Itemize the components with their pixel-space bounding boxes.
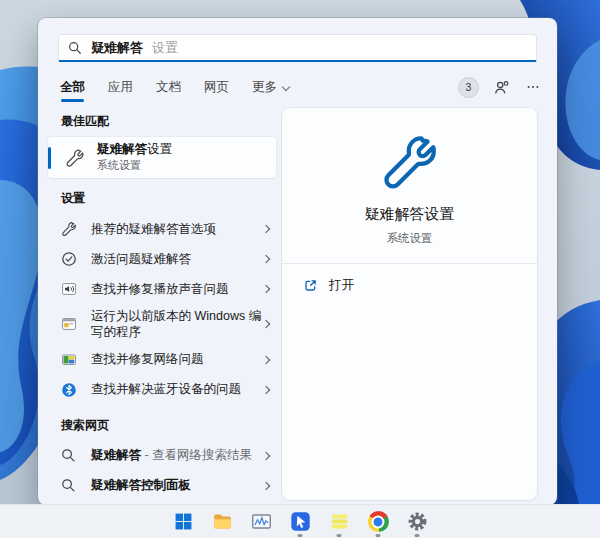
tab-all-label: 全部 xyxy=(60,79,85,96)
search-icon xyxy=(61,477,78,494)
chevron-right-icon xyxy=(262,285,270,293)
result-fix-bluetooth-problems[interactable]: 查找并解决蓝牙设备的问题 xyxy=(48,375,276,405)
result-label: 运行为以前版本的 Windows 编写的程序 xyxy=(91,305,263,344)
search-icon xyxy=(68,41,82,55)
tab-apps-label: 应用 xyxy=(108,79,133,96)
web-result-hint-text: - 查看网络搜索结果 xyxy=(141,448,252,462)
result-run-programs-for-previous-windows[interactable]: 运行为以前版本的 Windows 编写的程序 xyxy=(48,304,276,345)
preview-title: 疑难解答设置 xyxy=(365,205,455,224)
chrome-icon xyxy=(368,511,389,532)
bluetooth-icon xyxy=(61,381,78,398)
wrench-icon xyxy=(65,148,85,168)
running-indicator xyxy=(376,534,381,537)
web-result-troubleshoot[interactable]: 疑难解答 - 查看网络搜索结果 xyxy=(48,441,276,471)
gear-icon xyxy=(407,511,428,532)
web-result-troubleshoot-control-panel[interactable]: 疑难解答控制面板 xyxy=(48,471,276,501)
chevron-down-icon xyxy=(282,83,290,91)
chevron-right-icon xyxy=(262,481,270,489)
web-section-header: 搜索网页 xyxy=(48,412,276,441)
windows-logo-icon xyxy=(174,512,193,531)
search-input[interactable]: 疑难解答设置 xyxy=(58,34,537,62)
pointer-app-button[interactable] xyxy=(287,509,313,535)
result-fix-sound-playback[interactable]: 查找并修复播放声音问题 xyxy=(48,274,276,304)
more-options-button[interactable] xyxy=(524,79,541,96)
result-recommended-troubleshooter-preferences[interactable]: 推荐的疑难解答首选项 xyxy=(48,214,276,244)
tab-more-label: 更多 xyxy=(252,79,277,96)
running-indicator xyxy=(337,534,342,537)
tab-web[interactable]: 网页 xyxy=(204,79,229,96)
chevron-right-icon xyxy=(262,225,270,233)
cursor-app-icon xyxy=(290,511,311,532)
sticky-notes-icon xyxy=(329,511,350,532)
selection-accent-bar xyxy=(48,147,51,169)
running-indicator xyxy=(298,534,303,537)
search-flyout-panel: 疑难解答设置 全部 应用 文档 网页 更多 3 xyxy=(38,18,557,505)
result-label: 查找并修复播放声音问题 xyxy=(91,278,229,300)
wrench-icon xyxy=(61,221,78,238)
active-tab-underline xyxy=(61,99,84,102)
rewards-count-badge[interactable]: 3 xyxy=(458,77,479,98)
search-query-text: 疑难解答 xyxy=(91,39,143,57)
search-suggestion-text: 设置 xyxy=(152,39,178,57)
search-results-list: 最佳匹配 疑难解答设置 系统设置 设置 推荐的疑难解答首选项 xyxy=(48,108,276,505)
result-preview-pane: 疑难解答设置 系统设置 打开 xyxy=(282,108,537,500)
task-manager-button[interactable] xyxy=(248,509,274,535)
search-icon xyxy=(61,447,78,464)
chevron-right-icon xyxy=(262,451,270,459)
performance-chart-icon xyxy=(251,511,272,532)
best-match-title-matched: 疑难解答 xyxy=(97,142,147,156)
tab-all[interactable]: 全部 xyxy=(60,79,85,96)
tab-more[interactable]: 更多 xyxy=(252,79,289,96)
result-label: 推荐的疑难解答首选项 xyxy=(91,218,216,240)
open-external-icon xyxy=(303,278,318,293)
best-match-header: 最佳匹配 xyxy=(48,108,276,137)
result-fix-network-problems[interactable]: 查找并修复网络问题 xyxy=(48,345,276,375)
check-circle-icon xyxy=(61,251,78,268)
chevron-right-icon xyxy=(262,255,270,263)
preview-subtitle: 系统设置 xyxy=(387,231,433,246)
chevron-right-icon xyxy=(262,355,270,363)
start-button[interactable] xyxy=(170,509,196,535)
best-match-text: 疑难解答设置 系统设置 xyxy=(97,142,172,174)
ellipsis-icon xyxy=(526,80,540,94)
result-activation-troubleshooter[interactable]: 激活问题疑难解答 xyxy=(48,244,276,274)
wrench-icon xyxy=(380,132,440,192)
tab-documents[interactable]: 文档 xyxy=(156,79,181,96)
search-tabs-row: 全部 应用 文档 网页 更多 3 xyxy=(60,76,541,98)
running-indicator xyxy=(415,534,420,537)
best-match-subtitle: 系统设置 xyxy=(97,158,172,173)
tab-apps[interactable]: 应用 xyxy=(108,79,133,96)
taskbar xyxy=(0,504,600,538)
account-icon xyxy=(493,79,510,96)
web-result-matched-text: 疑难解答控制面板 xyxy=(91,478,191,492)
settings-section-header: 设置 xyxy=(48,185,276,214)
file-explorer-button[interactable] xyxy=(209,509,235,535)
chevron-right-icon xyxy=(262,320,270,328)
result-label: 查找并修复网络问题 xyxy=(91,348,204,370)
sticky-notes-button[interactable] xyxy=(326,509,352,535)
account-button[interactable] xyxy=(493,79,510,96)
result-label: 激活问题疑难解答 xyxy=(91,248,191,270)
speaker-icon xyxy=(61,281,78,298)
app-window-icon xyxy=(61,316,78,333)
chrome-button[interactable] xyxy=(365,509,391,535)
network-icon xyxy=(61,351,78,368)
best-match-title-rest: 设置 xyxy=(147,142,172,156)
chevron-right-icon xyxy=(262,385,270,393)
open-action-label: 打开 xyxy=(329,277,354,294)
tab-web-label: 网页 xyxy=(204,79,229,96)
result-label: 查找并解决蓝牙设备的问题 xyxy=(91,378,241,400)
best-match-result[interactable]: 疑难解答设置 系统设置 xyxy=(48,137,276,178)
tab-documents-label: 文档 xyxy=(156,79,181,96)
open-action[interactable]: 打开 xyxy=(282,264,537,307)
web-result-matched-text: 疑难解答 xyxy=(91,448,141,462)
settings-button[interactable] xyxy=(404,509,430,535)
folder-icon xyxy=(212,511,233,532)
